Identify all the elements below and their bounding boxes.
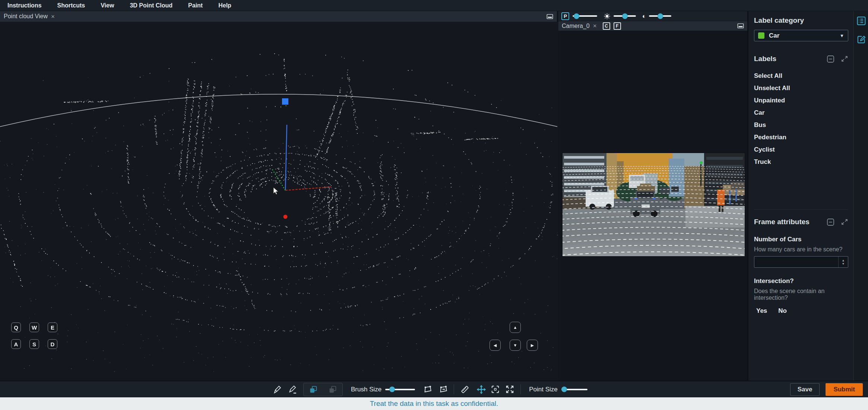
brightness-icon bbox=[604, 13, 611, 20]
close-icon[interactable]: × bbox=[593, 23, 597, 29]
side-icon-strip bbox=[854, 11, 868, 381]
chevron-down-icon: ▼ bbox=[840, 33, 844, 38]
menu-paint[interactable]: Paint bbox=[188, 2, 203, 9]
intersection-yes-button[interactable]: Yes bbox=[756, 307, 767, 315]
intersection-question: Does the scene contain an intersection? bbox=[754, 288, 848, 301]
label-select-all[interactable]: Select All bbox=[754, 73, 848, 79]
contrast-slider[interactable] bbox=[649, 13, 671, 19]
confidential-notice-bar: Treat the data in this task as confident… bbox=[0, 397, 868, 410]
paint-eraser-tool-icon[interactable] bbox=[288, 385, 297, 394]
label-cyclist[interactable]: Cyclist bbox=[754, 146, 848, 153]
contrast-icon: ◐ bbox=[642, 13, 646, 19]
point-cloud-panel: Point cloud View × Q W E A S D ▲ ◀ ▼ ▶ bbox=[0, 11, 558, 381]
camera-panel: P ◐ Camera_0 × C F bbox=[558, 11, 748, 381]
label-unpainted[interactable]: Unpainted bbox=[754, 97, 848, 104]
quantity-stepper[interactable]: ▲▼ bbox=[838, 257, 848, 267]
copy-paint-icon[interactable] bbox=[309, 385, 318, 394]
expand-section-icon[interactable] bbox=[841, 218, 848, 226]
menu-bar: Instructions Shortcuts View 3D Point Clo… bbox=[0, 0, 868, 11]
label-list-panel-icon[interactable] bbox=[856, 16, 866, 26]
frame-attributes-section: Frame attributes Number of Cars bbox=[754, 209, 848, 315]
camera-hotkeys: Q W E A S D bbox=[11, 322, 57, 349]
confidential-notice: Treat the data in this task as confident… bbox=[370, 400, 498, 408]
point-cloud-tab-bar: Point cloud View × bbox=[0, 11, 557, 22]
brightness-slider[interactable] bbox=[614, 13, 636, 19]
frame-attributes-header: Frame attributes bbox=[754, 218, 848, 226]
polygon-erase-tool-icon[interactable] bbox=[439, 385, 449, 394]
number-of-cars-label: Number of Cars bbox=[754, 236, 848, 243]
nav-left-button[interactable]: ◀ bbox=[490, 340, 501, 351]
hotkey-s[interactable]: S bbox=[29, 339, 39, 349]
close-icon[interactable]: × bbox=[51, 13, 55, 20]
nav-down-button[interactable]: ▼ bbox=[510, 340, 521, 351]
camera-f-button[interactable]: F bbox=[614, 22, 621, 30]
hotkey-q[interactable]: Q bbox=[11, 322, 21, 332]
hotkey-d[interactable]: D bbox=[48, 339, 57, 349]
point-cloud-tab[interactable]: Point cloud View bbox=[4, 13, 48, 20]
paint-brush-tool-icon[interactable] bbox=[273, 385, 282, 394]
expand-section-icon[interactable] bbox=[841, 55, 848, 63]
label-car[interactable]: Car bbox=[754, 109, 848, 116]
edit-annotation-icon[interactable] bbox=[856, 35, 866, 44]
hotkey-e[interactable]: E bbox=[48, 322, 57, 332]
label-truck[interactable]: Truck bbox=[754, 159, 848, 165]
polygon-paint-tool-icon[interactable] bbox=[423, 385, 433, 394]
paint-toolbar: Brush Size bbox=[0, 381, 868, 397]
camera-tab[interactable]: Camera_0 bbox=[562, 23, 590, 29]
menu-3d-point-cloud[interactable]: 3D Point Cloud bbox=[130, 2, 172, 9]
nav-up-button[interactable]: ▲ bbox=[510, 322, 521, 333]
category-color-swatch bbox=[758, 32, 764, 39]
label-bus[interactable]: Bus bbox=[754, 122, 848, 128]
labels-header: Labels bbox=[754, 55, 848, 63]
frame-attributes-title: Frame attributes bbox=[754, 218, 810, 226]
intersection-no-button[interactable]: No bbox=[778, 307, 787, 315]
camera-c-button[interactable]: C bbox=[603, 22, 610, 30]
point-size-label: Point Size bbox=[529, 386, 558, 393]
category-selected: Car bbox=[769, 32, 779, 39]
number-of-cars-field: Number of Cars How many cars are in the … bbox=[754, 236, 848, 268]
menu-instructions[interactable]: Instructions bbox=[7, 2, 42, 9]
number-of-cars-question: How many cars are in the scene? bbox=[754, 246, 848, 253]
collapse-section-icon[interactable] bbox=[827, 218, 834, 226]
paint-copy-group bbox=[303, 383, 343, 396]
label-sidebar: Label category Car ▼ Labels bbox=[749, 11, 854, 381]
camera-image[interactable] bbox=[562, 153, 745, 257]
frame-navigation: ▲ ◀ ▼ ▶ bbox=[490, 322, 539, 352]
fit-frame-tool-icon[interactable] bbox=[491, 385, 500, 394]
display-adjust-toolbar: P ◐ bbox=[558, 11, 747, 21]
intersection-field: Intersection? Does the scene contain an … bbox=[754, 277, 848, 315]
label-unselect-all[interactable]: Unselect All bbox=[754, 85, 848, 92]
fullscreen-tool-icon[interactable] bbox=[505, 385, 514, 394]
point-cloud-canvas[interactable] bbox=[0, 22, 558, 381]
submit-button[interactable]: Submit bbox=[826, 383, 863, 396]
labels-title: Labels bbox=[754, 55, 776, 63]
save-button[interactable]: Save bbox=[790, 383, 820, 396]
hotkey-w[interactable]: W bbox=[29, 322, 39, 332]
number-of-cars-input[interactable] bbox=[754, 257, 838, 267]
maximize-panel-icon[interactable] bbox=[547, 14, 553, 19]
point-size-slider[interactable] bbox=[561, 387, 587, 392]
brush-size-slider[interactable] bbox=[385, 387, 415, 392]
annotation-app: Instructions Shortcuts View 3D Point Clo… bbox=[0, 0, 868, 410]
intensity-slider[interactable] bbox=[573, 13, 597, 19]
ruler-tool-icon[interactable] bbox=[460, 385, 470, 394]
label-category-dropdown[interactable]: Car ▼ bbox=[754, 30, 848, 41]
menu-shortcuts[interactable]: Shortcuts bbox=[57, 2, 85, 9]
paste-paint-icon[interactable] bbox=[328, 385, 337, 394]
label-list: Select All Unselect All Unpainted Car Bu… bbox=[754, 73, 848, 165]
label-pedestrian[interactable]: Pedestrian bbox=[754, 134, 848, 141]
brush-size-label: Brush Size bbox=[351, 386, 381, 393]
hotkey-a[interactable]: A bbox=[11, 339, 21, 349]
menu-help[interactable]: Help bbox=[218, 2, 231, 9]
menu-view[interactable]: View bbox=[101, 2, 114, 9]
camera-tab-bar: Camera_0 × C F bbox=[558, 21, 747, 31]
intersection-label: Intersection? bbox=[754, 277, 848, 285]
move-tool-icon[interactable] bbox=[476, 385, 486, 394]
nav-right-button[interactable]: ▶ bbox=[527, 340, 538, 351]
projection-toggle-button[interactable]: P bbox=[561, 12, 569, 20]
label-category-title: Label category bbox=[754, 16, 848, 25]
collapse-section-icon[interactable] bbox=[827, 55, 834, 63]
maximize-panel-icon[interactable] bbox=[737, 23, 744, 29]
number-of-cars-input-wrap: ▲▼ bbox=[754, 256, 848, 268]
